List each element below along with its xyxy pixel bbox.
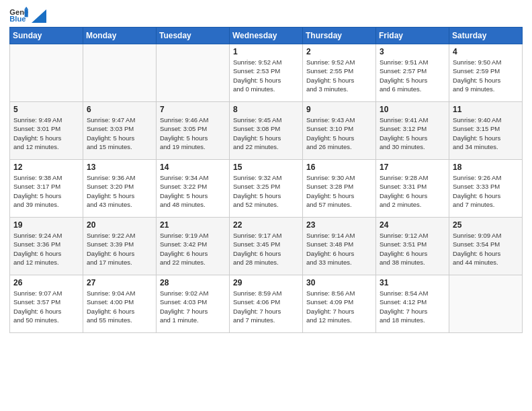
day-info: Sunrise: 9:43 AMSunset: 3:10 PMDaylight:… [306,116,372,151]
logo: General Blue [9,7,47,23]
day-number: 12 [13,163,79,172]
calendar-page: General Blue SundayMondayT [0,0,532,411]
day-number: 15 [233,163,299,172]
weekday-header-tuesday: Tuesday [157,28,230,44]
day-number: 14 [160,163,226,172]
calendar-week-row: 19Sunrise: 9:24 AMSunset: 3:36 PMDayligh… [10,218,523,275]
calendar-cell: 12Sunrise: 9:38 AMSunset: 3:17 PMDayligh… [10,160,83,218]
calendar-cell: 13Sunrise: 9:36 AMSunset: 3:20 PMDayligh… [83,160,157,218]
calendar-cell: 4Sunrise: 9:50 AMSunset: 2:59 PMDaylight… [449,44,523,102]
calendar-cell: 27Sunrise: 9:04 AMSunset: 4:00 PMDayligh… [83,275,157,333]
day-number: 2 [306,47,372,56]
calendar-cell: 24Sunrise: 9:12 AMSunset: 3:51 PMDayligh… [376,218,449,275]
day-number: 11 [453,105,519,114]
calendar-cell: 8Sunrise: 9:45 AMSunset: 3:08 PMDaylight… [230,102,303,160]
day-info: Sunrise: 9:40 AMSunset: 3:15 PMDaylight:… [453,116,519,151]
day-number: 9 [306,105,372,114]
logo-triangle-icon [32,9,46,23]
day-info: Sunrise: 9:24 AMSunset: 3:36 PMDaylight:… [13,231,79,267]
calendar-cell: 21Sunrise: 9:19 AMSunset: 3:42 PMDayligh… [157,218,230,275]
day-info: Sunrise: 9:07 AMSunset: 3:57 PMDaylight:… [13,289,79,324]
day-number: 28 [160,278,226,287]
day-number: 27 [87,278,152,287]
svg-text:Blue: Blue [9,15,26,23]
calendar-cell: 1Sunrise: 9:52 AMSunset: 2:53 PMDaylight… [230,44,303,102]
day-number: 10 [380,105,445,114]
day-info: Sunrise: 9:17 AMSunset: 3:45 PMDaylight:… [233,231,299,267]
day-info: Sunrise: 9:30 AMSunset: 3:28 PMDaylight:… [306,173,372,209]
calendar-cell: 19Sunrise: 9:24 AMSunset: 3:36 PMDayligh… [10,218,83,275]
day-info: Sunrise: 9:46 AMSunset: 3:05 PMDaylight:… [160,116,226,151]
day-number: 16 [306,163,372,172]
day-number: 29 [233,278,299,287]
day-info: Sunrise: 9:45 AMSunset: 3:08 PMDaylight:… [233,116,299,151]
calendar-cell: 9Sunrise: 9:43 AMSunset: 3:10 PMDaylight… [303,102,376,160]
calendar-cell: 2Sunrise: 9:52 AMSunset: 2:55 PMDaylight… [303,44,376,102]
day-number: 22 [233,220,299,230]
weekday-header-friday: Friday [376,28,449,44]
day-number: 19 [13,220,79,230]
calendar-cell: 30Sunrise: 8:56 AMSunset: 4:09 PMDayligh… [303,275,376,333]
day-number: 4 [453,47,519,56]
calendar-cell: 25Sunrise: 9:09 AMSunset: 3:54 PMDayligh… [449,218,523,275]
calendar-cell: 11Sunrise: 9:40 AMSunset: 3:15 PMDayligh… [449,102,523,160]
day-number: 31 [380,278,445,287]
day-number: 5 [13,105,79,114]
calendar-cell: 23Sunrise: 9:14 AMSunset: 3:48 PMDayligh… [303,218,376,275]
day-info: Sunrise: 9:12 AMSunset: 3:51 PMDaylight:… [380,231,445,267]
day-number: 6 [87,105,152,114]
calendar-cell: 16Sunrise: 9:30 AMSunset: 3:28 PMDayligh… [303,160,376,218]
day-number: 25 [453,220,519,230]
calendar-table: SundayMondayTuesdayWednesdayThursdayFrid… [9,27,523,333]
calendar-cell [449,275,523,333]
day-info: Sunrise: 8:59 AMSunset: 4:06 PMDaylight:… [233,289,299,324]
calendar-week-row: 1Sunrise: 9:52 AMSunset: 2:53 PMDaylight… [10,44,523,102]
day-number: 17 [380,163,445,172]
calendar-cell: 18Sunrise: 9:26 AMSunset: 3:33 PMDayligh… [449,160,523,218]
calendar-week-row: 26Sunrise: 9:07 AMSunset: 3:57 PMDayligh… [10,275,523,333]
day-info: Sunrise: 9:22 AMSunset: 3:39 PMDaylight:… [87,231,152,267]
day-info: Sunrise: 9:49 AMSunset: 3:01 PMDaylight:… [13,116,79,151]
day-info: Sunrise: 9:32 AMSunset: 3:25 PMDaylight:… [233,173,299,209]
calendar-week-row: 12Sunrise: 9:38 AMSunset: 3:17 PMDayligh… [10,160,523,218]
day-info: Sunrise: 8:54 AMSunset: 4:12 PMDaylight:… [380,289,445,324]
day-info: Sunrise: 9:34 AMSunset: 3:22 PMDaylight:… [160,173,226,209]
day-info: Sunrise: 9:36 AMSunset: 3:20 PMDaylight:… [87,173,152,209]
day-number: 7 [160,105,226,114]
day-number: 23 [306,220,372,230]
calendar-cell: 5Sunrise: 9:49 AMSunset: 3:01 PMDaylight… [10,102,83,160]
day-number: 13 [87,163,152,172]
calendar-cell: 7Sunrise: 9:46 AMSunset: 3:05 PMDaylight… [157,102,230,160]
calendar-cell: 20Sunrise: 9:22 AMSunset: 3:39 PMDayligh… [83,218,157,275]
day-info: Sunrise: 9:50 AMSunset: 2:59 PMDaylight:… [453,58,519,93]
calendar-cell: 10Sunrise: 9:41 AMSunset: 3:12 PMDayligh… [376,102,449,160]
calendar-cell: 17Sunrise: 9:28 AMSunset: 3:31 PMDayligh… [376,160,449,218]
day-info: Sunrise: 9:51 AMSunset: 2:57 PMDaylight:… [380,58,445,93]
calendar-cell [157,44,230,102]
day-info: Sunrise: 9:26 AMSunset: 3:33 PMDaylight:… [453,173,519,209]
calendar-cell: 14Sunrise: 9:34 AMSunset: 3:22 PMDayligh… [157,160,230,218]
day-info: Sunrise: 9:52 AMSunset: 2:55 PMDaylight:… [306,58,372,93]
svg-marker-2 [25,9,28,17]
calendar-cell [83,44,157,102]
day-info: Sunrise: 9:14 AMSunset: 3:48 PMDaylight:… [306,231,372,267]
weekday-header-thursday: Thursday [303,28,376,44]
calendar-cell: 28Sunrise: 9:02 AMSunset: 4:03 PMDayligh… [157,275,230,333]
calendar-week-row: 5Sunrise: 9:49 AMSunset: 3:01 PMDaylight… [10,102,523,160]
day-number: 8 [233,105,299,114]
day-number: 3 [380,47,445,56]
logo-icon: General Blue [9,7,28,23]
calendar-cell: 6Sunrise: 9:47 AMSunset: 3:03 PMDaylight… [83,102,157,160]
weekday-header-sunday: Sunday [10,28,83,44]
day-number: 26 [13,278,79,287]
svg-marker-4 [32,9,46,23]
day-info: Sunrise: 9:09 AMSunset: 3:54 PMDaylight:… [453,231,519,267]
day-info: Sunrise: 9:41 AMSunset: 3:12 PMDaylight:… [380,116,445,151]
day-info: Sunrise: 9:04 AMSunset: 4:00 PMDaylight:… [87,289,152,324]
weekday-header-row: SundayMondayTuesdayWednesdayThursdayFrid… [10,28,523,44]
day-number: 24 [380,220,445,230]
calendar-cell: 31Sunrise: 8:54 AMSunset: 4:12 PMDayligh… [376,275,449,333]
weekday-header-monday: Monday [83,28,157,44]
day-number: 30 [306,278,372,287]
calendar-cell: 29Sunrise: 8:59 AMSunset: 4:06 PMDayligh… [230,275,303,333]
